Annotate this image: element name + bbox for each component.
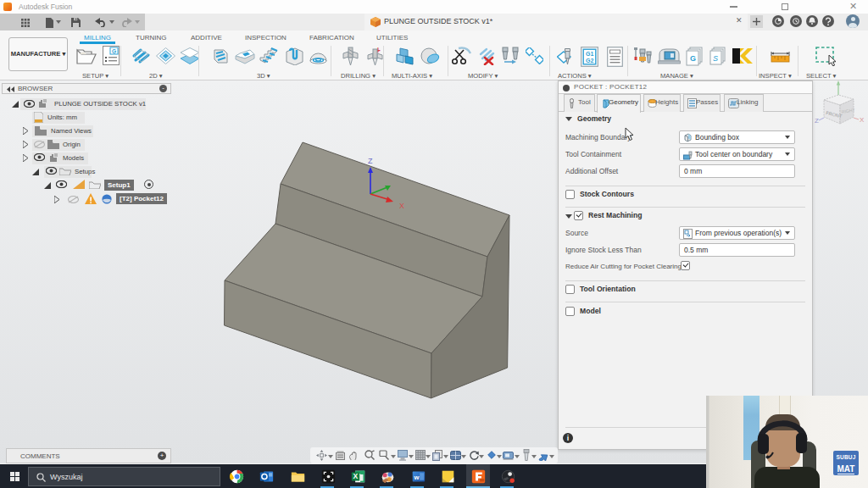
svg-text:w: w bbox=[413, 474, 419, 481]
svg-text:Z: Z bbox=[815, 117, 819, 125]
svg-text:G1: G1 bbox=[586, 51, 593, 57]
svg-text:X: X bbox=[353, 472, 359, 480]
svg-text:RIGHT: RIGHT bbox=[841, 107, 856, 114]
svg-text:X: X bbox=[399, 202, 404, 210]
svg-text:S: S bbox=[713, 54, 718, 63]
svg-text:G: G bbox=[690, 54, 696, 63]
svg-text:G2: G2 bbox=[586, 58, 593, 64]
svg-text:G: G bbox=[112, 48, 116, 54]
svg-text:Z: Z bbox=[368, 157, 373, 165]
svg-text:X: X bbox=[860, 116, 865, 124]
